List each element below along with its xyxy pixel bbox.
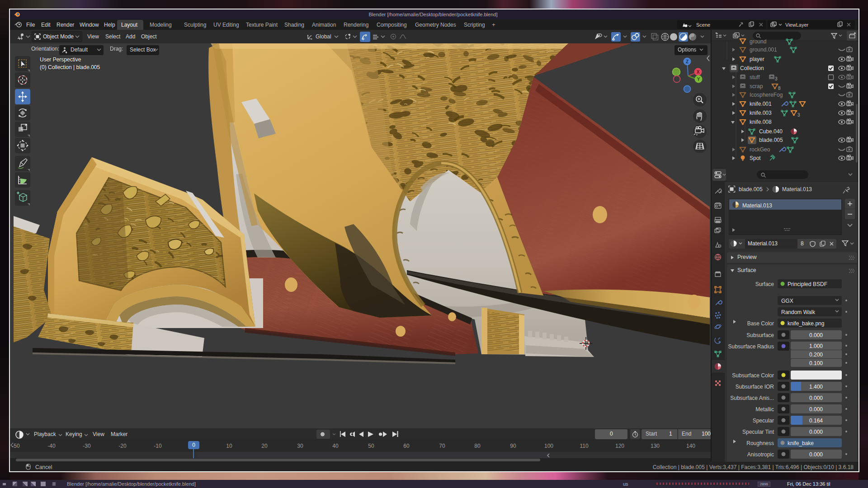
svg-text:Anisotropic: Anisotropic <box>747 451 774 458</box>
svg-text:blade.005: blade.005 <box>759 137 783 143</box>
svg-text:140: 140 <box>686 443 695 449</box>
svg-text:Surface: Surface <box>755 281 774 287</box>
svg-text:80: 80 <box>474 443 481 449</box>
svg-text:40: 40 <box>332 443 339 449</box>
svg-text:Specular: Specular <box>753 418 774 424</box>
svg-text:Subsurface Anis...: Subsurface Anis... <box>730 395 774 401</box>
svg-text:knife.008: knife.008 <box>750 119 772 125</box>
svg-text:knife_bake: knife_bake <box>788 440 814 446</box>
svg-text:ground: ground <box>750 38 766 45</box>
svg-text:IcosphereFog: IcosphereFog <box>750 92 783 98</box>
svg-text:ground.001: ground.001 <box>750 47 777 53</box>
svg-text:Subsurface Radius: Subsurface Radius <box>728 343 774 350</box>
svg-text:Spot: Spot <box>750 155 761 161</box>
svg-text:Roughness: Roughness <box>746 440 774 446</box>
svg-text:0.000: 0.000 <box>809 406 823 413</box>
svg-text:110: 110 <box>580 443 588 449</box>
svg-text:Cube.040: Cube.040 <box>759 128 783 135</box>
svg-text:Material.013: Material.013 <box>782 186 812 192</box>
svg-text:Specular Tint: Specular Tint <box>742 429 774 435</box>
svg-text:1.000: 1.000 <box>809 343 823 349</box>
svg-text:20: 20 <box>261 443 268 449</box>
svg-text:rockGeo: rockGeo <box>750 146 770 153</box>
svg-text:3: 3 <box>775 76 778 81</box>
svg-text:50: 50 <box>368 443 374 449</box>
svg-text:blade.005: blade.005 <box>739 186 763 192</box>
svg-text:0.000: 0.000 <box>809 395 823 401</box>
svg-text:Z: Z <box>686 59 689 64</box>
svg-text:0.164: 0.164 <box>809 418 823 424</box>
svg-text:0.200: 0.200 <box>809 352 823 358</box>
svg-text:GGX: GGX <box>781 298 793 304</box>
svg-text:-20: -20 <box>118 443 127 449</box>
svg-text:knife.001: knife.001 <box>750 101 772 107</box>
svg-text:-30: -30 <box>83 443 91 449</box>
svg-text:stuff: stuff <box>750 74 760 80</box>
svg-text:10: 10 <box>226 443 232 449</box>
svg-text:100: 100 <box>544 443 553 449</box>
svg-text:60: 60 <box>403 443 410 449</box>
svg-text:player: player <box>750 56 764 62</box>
svg-text:Base Color: Base Color <box>747 320 774 327</box>
svg-text:Principled BSDF: Principled BSDF <box>788 281 827 287</box>
svg-text:Metallic: Metallic <box>755 406 774 413</box>
svg-text:scrap: scrap <box>750 83 763 89</box>
svg-text:130: 130 <box>651 443 660 449</box>
svg-text:0.000: 0.000 <box>809 429 823 435</box>
svg-text:Subsurface Color: Subsurface Color <box>732 372 774 379</box>
svg-text:knife_bake.png: knife_bake.png <box>788 320 824 327</box>
svg-text:-10: -10 <box>154 443 162 449</box>
svg-text:knife.003: knife.003 <box>750 110 772 116</box>
svg-text:90: 90 <box>510 443 516 449</box>
svg-text:Collection: Collection <box>740 65 764 71</box>
svg-text:0.000: 0.000 <box>809 451 823 458</box>
svg-text:1.400: 1.400 <box>809 384 823 390</box>
svg-text:3: 3 <box>797 113 800 117</box>
svg-text:120: 120 <box>615 443 624 449</box>
svg-text:Random Walk: Random Walk <box>781 309 816 315</box>
svg-text:30: 30 <box>297 443 303 449</box>
svg-text:Subsurface IOR: Subsurface IOR <box>736 384 774 390</box>
svg-text:8: 8 <box>778 86 781 91</box>
svg-text:0.000: 0.000 <box>809 332 823 338</box>
svg-text:70: 70 <box>439 443 445 449</box>
svg-text:X: X <box>697 70 700 75</box>
svg-text:Y: Y <box>697 77 700 82</box>
svg-text:Subsurface: Subsurface <box>746 332 774 338</box>
svg-text:-40: -40 <box>47 443 56 449</box>
svg-text:0.100: 0.100 <box>809 360 823 366</box>
